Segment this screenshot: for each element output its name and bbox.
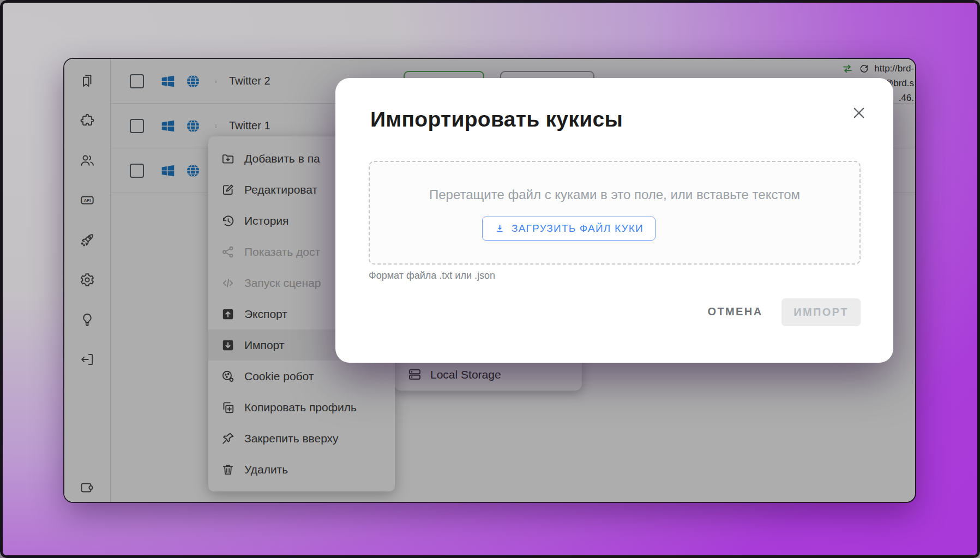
cancel-button[interactable]: ОТМЕНА: [697, 299, 773, 324]
download-icon: [494, 223, 506, 235]
upload-button-label: ЗАГРУЗИТЬ ФАЙЛ КУКИ: [512, 223, 644, 235]
file-format-hint: Формат файла .txt или .json: [369, 270, 495, 281]
close-icon[interactable]: [851, 105, 867, 121]
import-cookies-dialog: Импортировать кукисы Перетащите файл с к…: [335, 78, 893, 363]
dropzone-placeholder: Перетащите файл с куками в это поле, или…: [370, 187, 859, 202]
upload-cookie-file-button[interactable]: ЗАГРУЗИТЬ ФАЙЛ КУКИ: [482, 217, 656, 241]
dialog-title: Импортировать кукисы: [370, 107, 623, 131]
import-button-disabled: ИМПОРТ: [781, 298, 861, 326]
cookie-dropzone[interactable]: Перетащите файл с куками в это поле, или…: [369, 161, 861, 265]
desktop-background: API Twitter 2 Twitter 1: [0, 0, 980, 558]
